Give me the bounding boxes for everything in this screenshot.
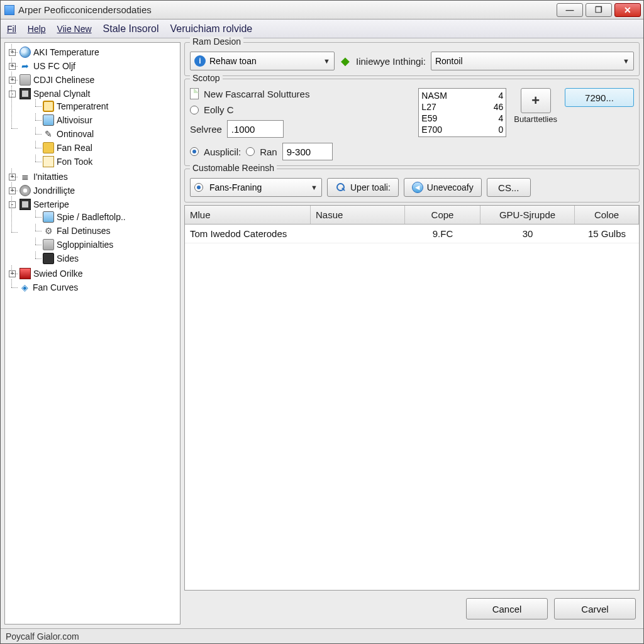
bars-icon: ≣ (19, 171, 31, 182)
app-icon (4, 5, 14, 15)
rehaw-combo[interactable]: i Rehaw toan ▼ (190, 52, 335, 70)
table-header: Mlue Nasue Cope GPU-Sjrupde Coloe (185, 206, 639, 225)
tree-item[interactable]: +AKI Temperature (19, 47, 179, 58)
tree-toggle[interactable]: + (9, 174, 16, 180)
group-legend: Customable Reeinsh (190, 163, 277, 173)
drive-icon (43, 239, 54, 250)
tree-label: Altivoisur (57, 115, 92, 125)
ausplicil-radio[interactable] (190, 147, 199, 156)
tree-toggle[interactable]: - (9, 201, 16, 208)
selvree-input[interactable]: .1000 (227, 120, 284, 138)
table-row[interactable]: Tom Iwedod Caterodes9.FC3015 Gulbs (185, 225, 639, 243)
tree-item[interactable]: Temperatrent (43, 101, 179, 112)
tree-label: Sides (57, 253, 79, 264)
cs-button[interactable]: CS... (487, 178, 531, 197)
search-icon (335, 182, 347, 193)
tree-toggle[interactable]: + (9, 187, 16, 194)
tree-item[interactable]: Altivoisur (43, 114, 179, 126)
pen-icon: ✎ (43, 128, 54, 140)
tree-label: US FC Oljf (33, 61, 75, 71)
7290-button[interactable]: 7290... (565, 88, 634, 107)
tree-label: Jondrilliçte (33, 186, 75, 196)
col-coloe[interactable]: Coloe (575, 206, 639, 224)
tree-item[interactable]: Fan Real (43, 142, 179, 153)
tree-item[interactable]: ✎Ontinoval (43, 128, 179, 140)
table-cell: Tom Iwedod Caterodes (185, 225, 311, 243)
add-caption: Butarttetlies (514, 114, 557, 124)
tree-item[interactable]: Spie / Badleftolp.. (43, 211, 179, 223)
add-button[interactable]: + (521, 88, 551, 113)
tree-label: Fal Detinuses (57, 226, 111, 236)
table-cell (311, 225, 405, 243)
col-nasue[interactable]: Nasue (311, 206, 405, 224)
table-body: Tom Iwedod Caterodes9.FC3015 Gulbs (185, 225, 639, 590)
col-gpu[interactable]: GPU-Sjrupde (480, 206, 575, 224)
uper-toali-button[interactable]: Uper toali: (327, 178, 399, 197)
ran-input[interactable]: 9-300 (282, 143, 333, 160)
square-icon (43, 156, 54, 167)
ran-label: Ran (260, 147, 277, 157)
tree-item[interactable]: ⚙Fal Detinuses (43, 225, 179, 236)
titlebar: Arper Peoficconicendersodaties — ❐ ✕ (1, 1, 643, 19)
chevron-down-icon: ▼ (323, 57, 330, 65)
carvel-button[interactable]: Carvel (554, 598, 636, 619)
red-icon (19, 268, 31, 279)
list-item[interactable]: NASM4 (421, 90, 503, 101)
group-customable: Customable Reeinsh Fans-Franing ▼ Uper t… (184, 169, 640, 203)
table-cell: 30 (480, 225, 575, 243)
list-item[interactable]: E7000 (421, 124, 503, 135)
monitor-icon (43, 211, 54, 223)
cancel-button[interactable]: Cancel (466, 598, 548, 619)
drive-icon (19, 74, 31, 86)
group-scotop: Scotop New Fascarral Soluttures Eolly C … (184, 79, 640, 166)
tree-item[interactable]: -Serteripe (19, 199, 179, 210)
close-button[interactable]: ✕ (614, 3, 641, 17)
maximize-button[interactable]: ❐ (586, 3, 612, 17)
status-bar: Poycalf Gialor.com (1, 628, 643, 643)
menu-help[interactable]: Help (28, 23, 46, 35)
tree-toggle[interactable]: + (9, 77, 16, 84)
tree-label: Swied Orilke (33, 269, 83, 279)
navigation-tree[interactable]: +AKI Temperature+➦US FC Oljf+CDJI Chelin… (4, 42, 180, 625)
results-table: Mlue Nasue Cope GPU-Sjrupde Coloe Tom Iw… (184, 205, 640, 591)
clock-icon (43, 101, 54, 112)
ran-radio[interactable] (246, 147, 255, 156)
tree-item[interactable]: +CDJI Chelinese (19, 74, 179, 86)
eolly-radio[interactable] (190, 106, 199, 114)
tree-label: Spie / Badleftolp.. (57, 212, 126, 222)
diamond-icon: ◈ (19, 282, 30, 293)
tree-item[interactable]: +≣I'nitatties (19, 171, 179, 182)
eolly-label: Eolly C (204, 104, 234, 115)
tree-item[interactable]: Sides (43, 253, 179, 264)
group-legend: Ram Desion (190, 36, 243, 47)
menu-veru[interactable]: Veruichiam rolvide (170, 23, 253, 35)
col-mlue[interactable]: Mlue (185, 206, 311, 224)
menu-fil[interactable]: Fil (7, 23, 16, 35)
monitor-icon (43, 114, 54, 126)
chip-icon (19, 88, 31, 99)
list-item[interactable]: L2746 (421, 101, 503, 113)
tree-item[interactable]: +Swied Orilke (19, 268, 179, 279)
tree-item[interactable]: -Spenal Clynalt (19, 88, 179, 99)
tree-toggle[interactable]: + (9, 63, 16, 70)
tree-item[interactable]: Fon Took (43, 156, 179, 167)
scotop-listbox[interactable]: NASM4L2746E594E7000 (418, 88, 506, 137)
col-cope[interactable]: Cope (405, 206, 480, 224)
new-page-icon (190, 88, 199, 99)
tree-toggle[interactable]: - (9, 91, 16, 97)
tree-toggle[interactable]: + (9, 49, 16, 56)
unevecoafy-button[interactable]: ◄ Unevecoafy (404, 178, 482, 197)
tree-item[interactable]: +Jondrilliçte (19, 185, 179, 196)
diamond-green-icon: ◆ (340, 55, 351, 67)
list-item[interactable]: E594 (421, 113, 503, 124)
menu-view[interactable]: Viie New (57, 23, 92, 35)
minimize-button[interactable]: — (557, 3, 583, 17)
disk-icon (19, 185, 31, 196)
tree-item[interactable]: Sgloppinialties (43, 239, 179, 250)
inthing-combo[interactable]: Rontoil ▼ (431, 52, 634, 70)
fans-franing-combo[interactable]: Fans-Franing ▼ (190, 178, 322, 197)
tree-toggle[interactable]: + (9, 270, 16, 277)
tree-item[interactable]: +➦US FC Oljf (19, 60, 179, 72)
menu-stale[interactable]: Stale Insorol (103, 23, 159, 35)
tree-item[interactable]: ◈Fan Curves (19, 282, 179, 293)
